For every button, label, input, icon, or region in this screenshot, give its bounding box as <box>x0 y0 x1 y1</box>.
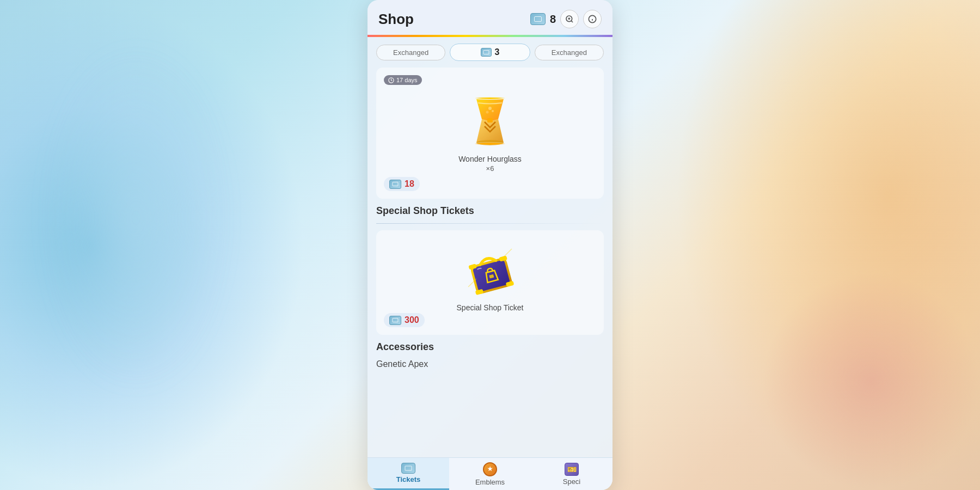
tab-middle-count: 3 <box>495 47 500 57</box>
header-ticket-count: 8 <box>550 13 556 26</box>
special-ticket-name: Special Shop Ticket <box>384 303 596 312</box>
bg-blur-bottom-right <box>762 272 980 490</box>
bottom-nav: Tickets ★ Emblems Speci <box>367 457 612 490</box>
nav-ticket-icon <box>401 463 415 474</box>
shop-title: Shop <box>378 11 530 28</box>
special-ticket-price: 300 <box>405 315 419 325</box>
svg-line-21 <box>504 249 512 257</box>
header-right: 8 <box>530 10 602 28</box>
nav-tab-emblems[interactable]: ★ Emblems <box>449 458 531 490</box>
hourglass-price: 18 <box>405 179 414 189</box>
nav-emblem-icon: ★ <box>483 462 497 476</box>
hourglass-qty: ×6 <box>384 164 596 173</box>
hourglass-name: Wonder Hourglass <box>384 155 596 163</box>
hourglass-price-row[interactable]: 18 <box>384 177 420 191</box>
header-ticket-icon <box>530 13 546 25</box>
hourglass-svg <box>468 95 512 149</box>
special-ticket-price-row[interactable]: 300 <box>384 313 425 327</box>
nav-emblems-label: Emblems <box>475 478 505 486</box>
zoom-button[interactable] <box>560 10 579 28</box>
nav-tab-special[interactable]: Speci <box>531 458 612 490</box>
special-ticket-image <box>384 238 596 303</box>
nav-special-icon <box>565 463 579 476</box>
price-ticket-icon-2 <box>389 316 401 325</box>
wonder-hourglass-card[interactable]: 17 days <box>376 68 604 199</box>
tabs-row: Exchanged 3 Exchanged <box>367 37 612 68</box>
nav-tickets-label: Tickets <box>396 475 421 483</box>
svg-rect-8 <box>487 118 493 122</box>
svg-line-1 <box>571 21 573 22</box>
shop-panel: Shop 8 Exch <box>367 0 612 490</box>
nav-tab-tickets[interactable]: Tickets <box>367 458 449 490</box>
tab-right[interactable]: Exchanged <box>535 45 604 60</box>
timer-badge: 17 days <box>384 75 422 85</box>
tab-left[interactable]: Exchanged <box>376 45 445 60</box>
bg-blur-center-left <box>54 54 218 381</box>
accessories-subtitle: Genetic Apex <box>376 359 604 369</box>
section-divider <box>376 223 604 224</box>
nav-special-label: Speci <box>563 477 581 486</box>
accessories-title: Accessories <box>376 341 604 353</box>
special-ticket-svg <box>463 243 517 298</box>
hourglass-image <box>384 89 596 155</box>
svg-point-11 <box>492 110 494 112</box>
accessories-section: Accessories Genetic Apex <box>376 341 604 369</box>
tab-middle-icon <box>481 48 492 57</box>
special-shop-ticket-card[interactable]: Special Shop Ticket 300 <box>376 230 604 335</box>
svg-point-9 <box>488 107 492 110</box>
special-shop-section-title: Special Shop Tickets <box>376 205 604 217</box>
tab-middle[interactable]: 3 <box>450 44 530 61</box>
price-ticket-icon <box>389 180 401 189</box>
timer-text: 17 days <box>396 77 418 83</box>
shop-header: Shop 8 <box>367 0 612 35</box>
shop-content[interactable]: 17 days <box>367 68 612 457</box>
svg-point-10 <box>486 111 489 114</box>
info-button[interactable] <box>583 10 602 28</box>
